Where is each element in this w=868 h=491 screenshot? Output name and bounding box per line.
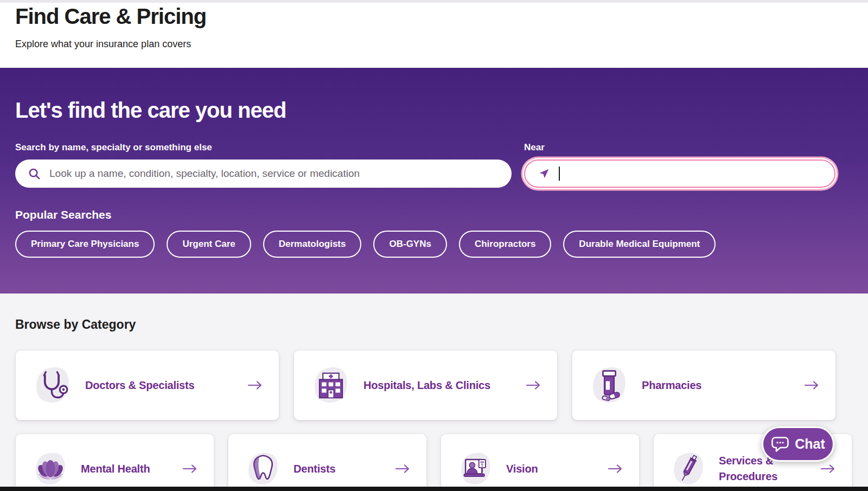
chat-button-label: Chat [795,436,825,452]
category-card-hospitals-labs-clinics[interactable]: Hospitals, Labs & Clinics [293,350,558,420]
hospital-icon [310,365,352,406]
hero-section: Let's find the care you need Search by n… [0,68,868,294]
arrow-right-icon [182,464,197,474]
bottom-screen-edge [0,487,868,491]
near-label: Near [524,142,835,153]
category-card-doctors-specialists[interactable]: Doctors & Specialists [15,350,279,420]
search-label: Search by name, specialty or something e… [15,142,512,153]
page-header: Find Care & Pricing Explore what your in… [0,3,868,68]
pill-dermatologists[interactable]: Dermatologists [263,231,362,258]
browse-category-heading: Browse by Category [15,317,868,332]
near-input[interactable] [524,160,835,188]
category-label: Dentists [293,461,395,477]
location-arrow-icon [538,168,550,180]
pill-ob-gyns[interactable]: OB-GYNs [373,231,446,258]
pill-chiropractors[interactable]: Chiropractors [459,231,551,258]
category-label: Pharmacies [642,378,804,393]
category-label: Hospitals, Labs & Clinics [363,378,526,393]
hero-heading: Let's find the care you need [15,68,835,123]
search-icon [28,168,41,180]
category-cards-row-2: Mental Health Dentists [15,433,868,491]
near-field[interactable] [567,167,824,180]
arrow-right-icon [820,464,835,474]
category-label: Doctors & Specialists [85,378,247,393]
care-search-input[interactable] [15,160,512,188]
popular-searches-heading: Popular Searches [15,208,835,221]
popular-searches-row: Primary Care Physicians Urgent Care Derm… [15,231,835,258]
pill-bottle-icon [589,365,630,406]
arrow-right-icon [395,464,410,474]
chat-bubble-icon [771,436,789,452]
category-label: Vision [506,461,608,477]
pill-urgent-care[interactable]: Urgent Care [167,231,251,258]
arrow-right-icon [804,380,819,390]
page-subtitle: Explore what your insurance plan covers [15,39,835,50]
page-title: Find Care & Pricing [15,4,835,29]
category-cards-row-1: Doctors & Specialists Hospitals, Labs & … [15,350,868,420]
care-search-field[interactable] [48,167,501,180]
arrow-right-icon [526,380,541,390]
category-card-dentists[interactable]: Dentists [228,433,427,491]
chat-button[interactable]: Chat [762,426,834,462]
arrow-right-icon [608,464,623,474]
browse-by-category-section: Browse by Category Doctors & Specialists [0,317,868,491]
syringe-icon [670,450,707,487]
lotus-icon [32,450,69,487]
category-card-vision[interactable]: Vision [441,433,640,491]
text-caret [559,167,560,181]
category-card-pharmacies[interactable]: Pharmacies [572,350,836,420]
pill-primary-care-physicians[interactable]: Primary Care Physicians [15,231,155,258]
vision-icon [457,450,494,487]
pill-durable-medical-equipment[interactable]: Durable Medical Equipment [563,231,716,258]
search-row: Search by name, specialty or something e… [15,142,835,188]
stethoscope-icon [32,365,73,406]
arrow-right-icon [247,380,263,390]
category-label: Mental Health [81,461,182,477]
category-card-mental-health[interactable]: Mental Health [15,433,214,491]
tooth-icon [245,450,282,487]
